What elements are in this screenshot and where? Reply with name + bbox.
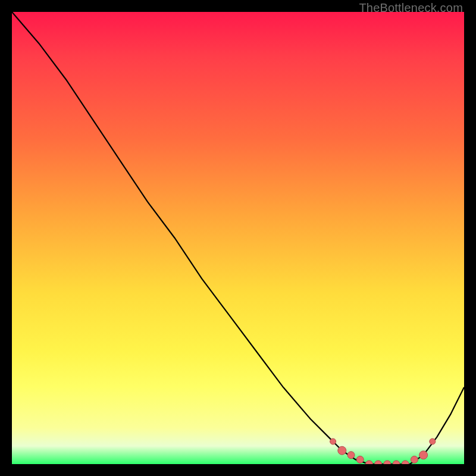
bottleneck-marker (347, 452, 355, 459)
bottleneck-marker (375, 461, 382, 464)
bottleneck-markers (330, 439, 436, 464)
bottleneck-marker (419, 451, 428, 459)
chart-stage: TheBottleneck.com (0, 0, 476, 476)
bottleneck-marker (402, 461, 409, 464)
bottleneck-marker (393, 461, 400, 464)
bottleneck-marker (338, 446, 346, 455)
bottleneck-marker (365, 461, 372, 464)
bottleneck-marker (356, 456, 364, 463)
bottleneck-marker (384, 461, 391, 464)
watermark-text: TheBottleneck.com (359, 1, 463, 15)
bottleneck-marker (330, 439, 336, 444)
chart-svg (12, 12, 464, 464)
bottleneck-curve (12, 12, 464, 464)
chart-plot-area (12, 12, 464, 464)
bottleneck-marker (411, 456, 418, 463)
bottleneck-marker (430, 439, 436, 444)
